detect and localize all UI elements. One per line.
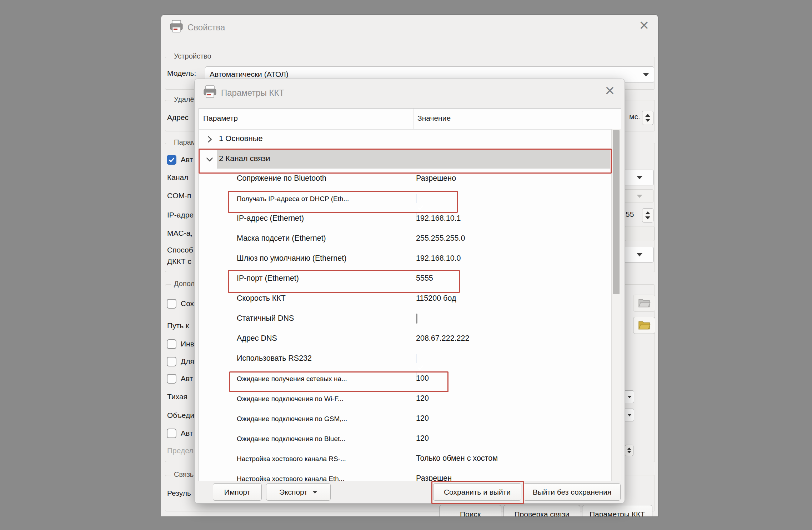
left-item-label: Предел — [167, 446, 193, 455]
chevron-down-icon — [637, 195, 642, 198]
parameter-value — [416, 314, 417, 323]
table-row[interactable]: IP-адрес (Ethernet)192.168.10.1 — [199, 209, 612, 229]
left-item-4: IP-адре — [167, 210, 194, 220]
device-group-label: Устройство — [171, 52, 214, 60]
remote-group-label: Удалё — [171, 95, 197, 104]
import-button[interactable]: Импорт — [213, 483, 262, 501]
table-row[interactable]: Ожидание подключения по Wi-F...120 — [199, 389, 612, 409]
table-row[interactable]: Маска подсети (Ethernet)255.255.255.0 — [199, 229, 612, 249]
screen: Свойства × Устройство Модель: Автоматиче… — [0, 0, 812, 530]
vertical-scrollbar[interactable] — [611, 129, 621, 481]
parameter-name: Использовать RS232 — [237, 354, 312, 363]
parameter-value[interactable]: 120 — [416, 414, 429, 423]
table-header: Параметр Значение — [199, 109, 621, 130]
merge-combobox-arrow[interactable] — [625, 409, 634, 421]
save-and-exit-button[interactable]: Сохранить и выйти — [433, 483, 521, 501]
table-row[interactable]: Сопряжение по BluetoothРазрешено — [199, 169, 612, 189]
checkbox-unchecked[interactable] — [167, 357, 176, 366]
parameter-name: Ожидание получения сетевых на... — [237, 375, 347, 383]
table-row[interactable]: Ожидание подключения по GSM,...120 — [199, 409, 612, 429]
table-row[interactable]: Ожидание подключения по Bluet...120 — [199, 429, 612, 449]
parameter-name: IP-порт (Ethernet) — [237, 274, 299, 283]
parameter-value[interactable]: 255.255.255.0 — [416, 234, 465, 243]
exit-without-saving-button-label: Выйти без сохранения — [533, 488, 612, 496]
parameter-value[interactable]: 120 — [416, 394, 429, 403]
table-row[interactable]: Статичный DNS — [199, 309, 612, 329]
parameter-value[interactable]: 115200 бод — [416, 294, 456, 303]
checkbox-unchecked[interactable] — [167, 339, 176, 349]
parameter-name: Настройка хостового канала Eth... — [237, 475, 345, 481]
table-row[interactable]: Шлюз по умолчанию (Ethernet)192.168.10.0 — [199, 249, 612, 269]
scrollbar-thumb[interactable] — [613, 130, 620, 294]
save-and-exit-button-label: Сохранить и выйти — [444, 488, 511, 496]
table-row[interactable]: 2 Канал связи — [199, 149, 612, 169]
dkkt-combobox-arrow[interactable] — [625, 247, 654, 262]
left-item-label: Авт — [181, 374, 193, 383]
checkbox-unchecked[interactable] — [416, 314, 417, 324]
left-item-label: Канал — [167, 173, 188, 182]
channel-combobox-arrow[interactable] — [625, 170, 654, 185]
parameter-value[interactable]: 192.168.10.1 — [416, 214, 461, 223]
model-combobox-value: Автоматически (АТОЛ) — [210, 70, 289, 79]
kkt-parameters-button-label: Параметры ККТ — [590, 510, 645, 516]
checkbox-unchecked[interactable] — [167, 374, 176, 384]
parameter-value[interactable]: 208.67.222.222 — [416, 334, 469, 343]
table-row[interactable]: Адрес DNS208.67.222.222 — [199, 329, 612, 349]
folder-browse-button-disabled — [633, 295, 655, 312]
left-item-14: Объеди — [167, 410, 194, 420]
chevron-right-icon[interactable] — [205, 134, 215, 144]
table-row[interactable]: Настройка хостового канала Eth...Разреше… — [199, 469, 612, 481]
left-item-label: IP-адре — [167, 211, 194, 219]
import-button-label: Импорт — [224, 488, 250, 496]
ms-spinner[interactable] — [642, 111, 653, 125]
com-port-combobox-arrow — [625, 189, 654, 203]
search-button[interactable]: Поиск — [439, 505, 501, 516]
port-spinner[interactable] — [642, 208, 653, 222]
chevron-down-icon — [637, 176, 642, 179]
close-icon[interactable]: × — [639, 17, 649, 33]
port-value-label: 55 — [626, 210, 634, 219]
table-row[interactable]: Использовать RS232 — [199, 349, 612, 369]
chevron-down-icon — [637, 253, 642, 256]
parameter-value[interactable]: Только обмен с хостом — [416, 454, 498, 463]
checkbox-unchecked[interactable] — [167, 299, 176, 309]
properties-titlebar[interactable]: Свойства × — [161, 15, 658, 40]
parameter-name: Статичный DNS — [237, 314, 294, 323]
limit-spinner — [625, 445, 633, 456]
parameter-value[interactable]: Разрешен — [416, 474, 452, 481]
checkbox-checked[interactable] — [167, 155, 176, 165]
parameter-name: Адрес DNS — [237, 334, 277, 343]
table-row[interactable]: Скорость ККТ115200 бод — [199, 289, 612, 309]
table-row[interactable]: 1 Основные — [199, 129, 612, 149]
left-item-12: Авт — [167, 374, 193, 384]
kkt-parameters-button[interactable]: Параметры ККТ — [582, 505, 652, 516]
exit-without-saving-button[interactable]: Выйти без сохранения — [523, 483, 621, 501]
left-item-5: MAC-а, — [167, 228, 192, 238]
chevron-down-icon[interactable] — [205, 154, 215, 164]
close-icon[interactable]: × — [605, 82, 615, 99]
table-row[interactable]: Настройка хостового канала RS-...Только … — [199, 449, 612, 469]
check-connection-button-label: Проверка связи — [514, 510, 569, 516]
folder-browse-button[interactable] — [633, 317, 655, 334]
quiet-mode-combobox-arrow[interactable] — [625, 390, 634, 403]
left-item-2: Канал — [167, 172, 188, 182]
checkbox-unchecked[interactable] — [167, 429, 176, 438]
check-connection-button[interactable]: Проверка связи — [503, 505, 580, 516]
parameter-name: Настройка хостового канала RS-... — [237, 455, 346, 463]
parameter-value[interactable]: Разрешено — [416, 174, 456, 183]
export-button[interactable]: Экспорт — [266, 483, 331, 501]
parameter-value[interactable]: 5555 — [416, 274, 433, 283]
parameter-value[interactable]: 100 — [416, 374, 429, 383]
parameter-value[interactable]: 192.168.10.0 — [416, 254, 461, 263]
kkt-dialog-titlebar[interactable]: Параметры ККТ × — [195, 79, 625, 104]
left-item-label: Способ — [167, 246, 193, 254]
table-row[interactable]: Ожидание получения сетевых на...100 — [199, 369, 612, 389]
table-row[interactable]: Получать IP-адреса от DHCP (Eth... — [199, 189, 612, 209]
printer-icon — [169, 20, 184, 33]
column-header-parameter: Параметр — [203, 114, 238, 122]
left-item-label: Объеди — [167, 411, 194, 420]
left-item-label: Тихая — [167, 392, 187, 401]
left-item-15: Авт — [167, 428, 193, 438]
parameter-value[interactable]: 120 — [416, 434, 429, 443]
table-row[interactable]: IP-порт (Ethernet)5555 — [199, 269, 612, 289]
